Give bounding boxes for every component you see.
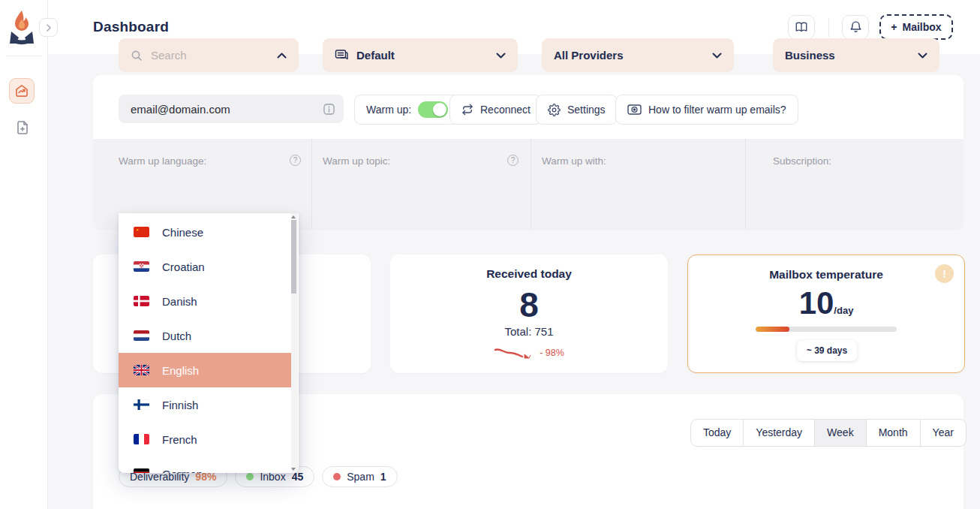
language-option-danish[interactable]: Danish [119, 284, 291, 318]
app-root: Dashboard +Mailbox email@domain.c [0, 0, 980, 509]
warmup-with-label: Warm up with: [542, 155, 606, 167]
language-option-croatian[interactable]: Croatian [119, 249, 291, 284]
de-flag-icon [134, 468, 149, 473]
language-option-label: Croatian [162, 261, 205, 273]
gear-icon [548, 104, 561, 116]
tab-yesterday[interactable]: Yesterday [744, 420, 815, 446]
filter-divider [311, 139, 312, 229]
warning-icon[interactable]: ! [935, 264, 954, 283]
chat-icon [335, 49, 348, 62]
help-icon[interactable]: ? [290, 155, 301, 166]
language-option-label: German [162, 468, 203, 474]
notifications-button[interactable] [842, 15, 869, 39]
language-option-dutch[interactable]: Dutch [119, 318, 291, 353]
warmup-topic-label: Warm up topic: [323, 155, 390, 167]
subscription-value: Business [785, 49, 909, 62]
received-today-value: 8 [390, 285, 668, 325]
language-list: ChineseCroatianDanishDutchEnglishFinnish… [119, 215, 291, 473]
time-range-tabs: TodayYesterdayWeekMonthYear [690, 419, 966, 447]
temperature-progress-fill [756, 327, 789, 332]
language-option-label: English [162, 364, 199, 377]
mailbox-temperature-title: Mailbox temperature [688, 268, 964, 282]
app-logo-campfire-icon[interactable] [7, 9, 37, 45]
warmup-toggle-group: Warm up: [354, 95, 460, 125]
docs-button[interactable] [788, 15, 815, 39]
legend-dot-icon [333, 473, 341, 480]
add-mailbox-button[interactable]: +Mailbox [879, 14, 953, 40]
warmup-toggle[interactable] [418, 101, 448, 118]
warmup-with-select[interactable]: All Providers [542, 38, 734, 72]
trend-sparkline [494, 346, 536, 360]
gb-flag-icon [134, 365, 149, 375]
hr-flag-icon [134, 261, 149, 272]
home-chart-icon [14, 83, 29, 98]
language-option-chinese[interactable]: Chinese [119, 215, 291, 249]
language-option-label: Chinese [162, 226, 203, 239]
reconnect-icon [461, 104, 473, 116]
sidebar-expand-button[interactable] [39, 18, 58, 37]
warmup-language-select[interactable]: Search [119, 38, 299, 72]
chevron-down-icon [496, 53, 506, 59]
subscription-label: Subscription: [773, 155, 831, 167]
warmup-language-label: Warm up language: [119, 155, 206, 167]
sidebar-item-add-mailbox[interactable] [11, 116, 34, 139]
language-option-english[interactable]: English [119, 353, 291, 387]
reconnect-button[interactable]: Reconnect [449, 95, 543, 125]
dk-flag-icon [134, 296, 149, 306]
language-option-label: Dutch [162, 330, 191, 342]
tab-month[interactable]: Month [867, 420, 921, 446]
language-dropdown: ChineseCroatianDanishDutchEnglishFinnish… [119, 213, 299, 473]
fr-flag-icon [134, 434, 149, 444]
info-icon[interactable] [323, 104, 335, 115]
toggle-knob [433, 103, 446, 116]
email-value: email@domain.com [131, 103, 323, 116]
legend-label: Spam [347, 471, 374, 483]
temperature-value-row: 10/day [688, 285, 964, 321]
mailbox-temperature-card: Mailbox temperature ! 10/day ~ 39 days [687, 254, 965, 373]
received-total: Total: 751 [390, 325, 668, 338]
warmup-topic-value: Default [356, 49, 488, 62]
sidebar-item-dashboard[interactable] [9, 78, 35, 104]
legend-badge-spam[interactable]: Spam1 [322, 466, 397, 487]
warmup-topic-select[interactable]: Default [323, 38, 518, 72]
nl-flag-icon [134, 330, 149, 341]
help-icon[interactable]: ? [507, 155, 519, 166]
scroll-up-arrow-icon[interactable] [291, 215, 296, 218]
trend-percent: - 98% [540, 348, 564, 358]
reconnect-label: Reconnect [480, 104, 531, 116]
legend-dot-icon [246, 473, 254, 480]
how-to-filter-label: How to filter warm up emails? [648, 104, 786, 116]
bell-icon [849, 20, 862, 34]
video-tutorial-icon [627, 104, 642, 116]
scroll-down-arrow-icon[interactable] [291, 468, 296, 471]
settings-label: Settings [567, 104, 606, 116]
subscription-select[interactable]: Business [773, 38, 939, 72]
temperature-unit: /day [834, 305, 853, 316]
language-search-input[interactable]: Search [151, 49, 269, 62]
how-to-filter-button[interactable]: How to filter warm up emails? [615, 95, 798, 125]
days-remaining-badge[interactable]: ~ 39 days [797, 340, 857, 361]
tab-today[interactable]: Today [691, 420, 744, 446]
email-field[interactable]: email@domain.com [119, 95, 344, 123]
received-today-title: Received today [390, 267, 668, 281]
scrollbar-thumb[interactable] [291, 220, 296, 294]
page-title: Dashboard [93, 19, 169, 35]
language-option-german[interactable]: German [119, 456, 291, 473]
chevron-down-icon [918, 53, 927, 59]
chevron-down-icon [712, 53, 722, 59]
sidebar [0, 0, 48, 509]
add-mailbox-label: Mailbox [903, 21, 942, 33]
language-option-label: Finnish [162, 399, 198, 411]
dropdown-scrollbar[interactable] [291, 213, 298, 473]
temperature-value: 10 [799, 285, 834, 321]
header-divider [828, 18, 829, 37]
language-option-finnish[interactable]: Finnish [119, 387, 291, 422]
trend-row: - 98% [390, 346, 668, 360]
legend-value: 1 [380, 471, 386, 483]
tab-week[interactable]: Week [815, 420, 867, 446]
settings-button[interactable]: Settings [536, 95, 618, 125]
plus-icon: + [891, 21, 897, 33]
language-option-french[interactable]: French [119, 422, 291, 456]
warmup-label: Warm up: [366, 104, 411, 116]
tab-year[interactable]: Year [921, 420, 966, 446]
